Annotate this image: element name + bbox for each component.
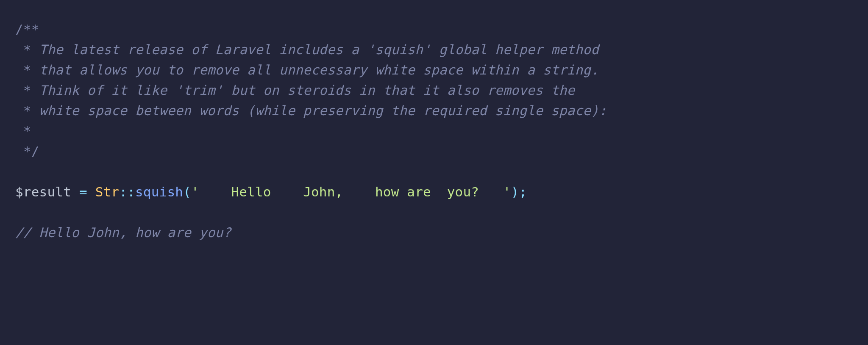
docblock-text-3: Think of it like 'trim' but on steroids … [39, 83, 575, 98]
line-comment: // Hello John, how are you? [15, 225, 231, 240]
docblock-close-mark: */ [23, 144, 39, 159]
docblock-star: * [15, 83, 31, 98]
docblock-line [31, 62, 39, 77]
docblock-text-1: The latest release of Laravel includes a… [39, 42, 599, 57]
docblock-star: * [15, 62, 31, 77]
docblock-line [31, 103, 39, 118]
docblock-star: * [15, 42, 31, 57]
string-literal: Hello John, how are you? [199, 184, 503, 199]
docblock-text-4: white space between words (while preserv… [39, 103, 607, 118]
assign-operator: = [71, 184, 95, 199]
paren-open: ( [183, 184, 191, 199]
code-editor[interactable]: /** * The latest release of Laravel incl… [0, 0, 868, 262]
docblock-line [31, 42, 39, 57]
variable-result: $result [15, 184, 71, 199]
docblock-close [15, 144, 23, 159]
method-squish: squish [135, 184, 183, 199]
paren-close: ) [511, 184, 519, 199]
docblock-star: * [15, 103, 31, 118]
string-quote-open: ' [191, 184, 199, 199]
semicolon: ; [519, 184, 527, 199]
scope-operator: :: [119, 184, 135, 199]
docblock-line [31, 83, 39, 98]
class-str: Str [95, 184, 120, 199]
docblock-star: * [15, 123, 31, 138]
string-quote-close: ' [503, 184, 511, 199]
docblock-open: /** [15, 22, 39, 37]
docblock-text-2: that allows you to remove all unnecessar… [39, 62, 599, 77]
